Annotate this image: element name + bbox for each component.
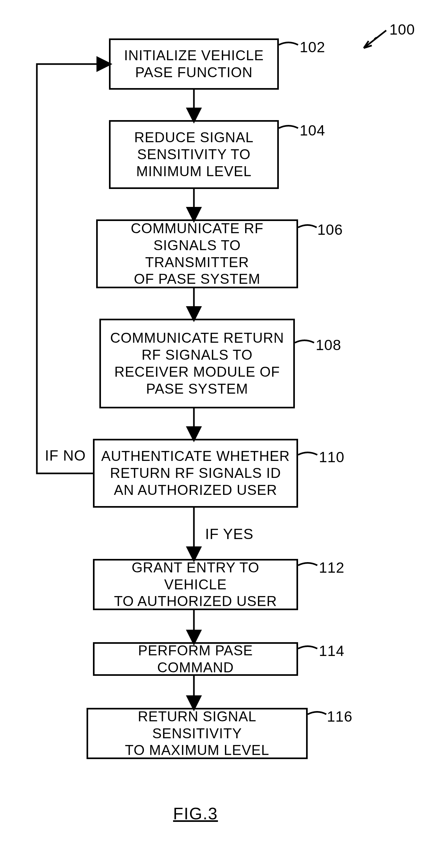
flow-step-116-text: RETURN SIGNAL SENSITIVITYTO MAXIMUM LEVE… bbox=[94, 708, 300, 759]
ref-116: 116 bbox=[327, 708, 352, 725]
flow-step-110-text: AUTHENTICATE WHETHERRETURN RF SIGNALS ID… bbox=[101, 448, 290, 498]
flow-step-102-text: INITIALIZE VEHICLEPASE FUNCTION bbox=[124, 47, 264, 81]
flow-step-106-text: COMMUNICATE RFSIGNALS TO TRANSMITTEROF P… bbox=[104, 220, 291, 288]
branch-no-label: IF NO bbox=[45, 447, 86, 464]
leader-116 bbox=[308, 712, 326, 715]
flow-step-102: INITIALIZE VEHICLEPASE FUNCTION bbox=[109, 38, 279, 90]
ref-108: 108 bbox=[316, 336, 341, 353]
flow-step-112: GRANT ENTRY TO VEHICLETO AUTHORIZED USER bbox=[93, 559, 298, 610]
ref-104: 104 bbox=[300, 122, 325, 139]
flow-step-108: COMMUNICATE RETURNRF SIGNALS TORECEIVER … bbox=[99, 319, 295, 408]
leader-102 bbox=[279, 42, 298, 45]
flow-step-116: RETURN SIGNAL SENSITIVITYTO MAXIMUM LEVE… bbox=[87, 708, 308, 759]
flow-step-106: COMMUNICATE RFSIGNALS TO TRANSMITTEROF P… bbox=[96, 219, 298, 288]
leader-100-icon bbox=[364, 30, 386, 48]
flow-step-108-text: COMMUNICATE RETURNRF SIGNALS TORECEIVER … bbox=[110, 330, 284, 397]
flow-step-110: AUTHENTICATE WHETHERRETURN RF SIGNALS ID… bbox=[93, 439, 298, 508]
ref-100: 100 bbox=[389, 21, 415, 38]
leader-104 bbox=[279, 126, 298, 128]
ref-102: 102 bbox=[300, 38, 325, 56]
ref-110: 110 bbox=[319, 448, 345, 466]
flow-step-104: REDUCE SIGNALSENSITIVITY TOMINIMUM LEVEL bbox=[109, 120, 279, 189]
ref-106: 106 bbox=[317, 221, 343, 238]
flow-step-104-text: REDUCE SIGNALSENSITIVITY TOMINIMUM LEVEL bbox=[134, 129, 254, 180]
branch-yes-label: IF YES bbox=[205, 525, 254, 542]
leader-108 bbox=[295, 340, 314, 343]
leader-114 bbox=[298, 646, 317, 649]
flow-step-114-text: PERFORM PASE COMMAND bbox=[100, 642, 291, 676]
leader-106 bbox=[298, 225, 317, 228]
flow-step-114: PERFORM PASE COMMAND bbox=[93, 642, 298, 676]
flow-step-112-text: GRANT ENTRY TO VEHICLETO AUTHORIZED USER bbox=[100, 559, 291, 610]
figure-label: FIG.3 bbox=[173, 804, 218, 823]
ref-114: 114 bbox=[319, 642, 345, 659]
leader-112 bbox=[298, 563, 317, 566]
ref-112: 112 bbox=[319, 559, 345, 576]
leader-110 bbox=[298, 453, 317, 455]
